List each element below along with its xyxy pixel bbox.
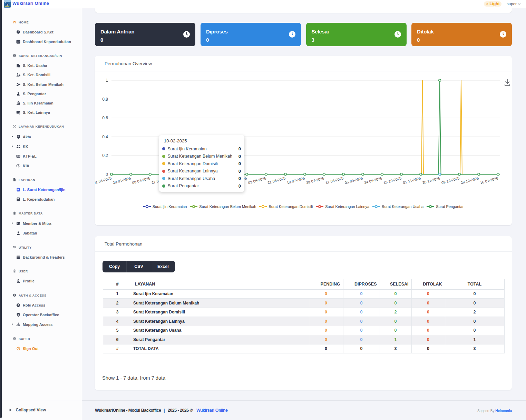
svg-text:0.2: 0.2 (102, 153, 108, 158)
svg-text:16-01-2026: 16-01-2026 (480, 176, 499, 185)
svg-text:24-09-2025: 24-09-2025 (364, 176, 383, 185)
svg-text:05-09-2025: 05-09-2025 (344, 176, 363, 185)
svg-text:1: 1 (106, 78, 108, 83)
svg-text:28-12-2025: 28-12-2025 (460, 176, 479, 185)
svg-text:20-11-2025: 20-11-2025 (422, 176, 440, 184)
svg-text:0.4: 0.4 (102, 134, 108, 139)
svg-text:0: 0 (106, 172, 108, 177)
svg-text:01-11-2025: 01-11-2025 (402, 176, 421, 184)
svg-text:13-10-2025: 13-10-2025 (383, 176, 402, 185)
svg-text:08-02-2025: 08-02-2025 (132, 176, 151, 185)
svg-text:10-07-2025: 10-07-2025 (286, 176, 305, 185)
svg-text:0.6: 0.6 (102, 116, 108, 120)
svg-text:29-07-2025: 29-07-2025 (306, 176, 325, 185)
svg-text:01-01-2025: 01-01-2025 (95, 176, 112, 185)
svg-text:02-06-2025: 02-06-2025 (248, 176, 267, 185)
svg-text:0.8: 0.8 (102, 97, 108, 102)
svg-text:20-01-2025: 20-01-2025 (113, 176, 132, 185)
svg-text:09-12-2025: 09-12-2025 (441, 176, 460, 185)
svg-text:17-08-2025: 17-08-2025 (325, 176, 344, 185)
svg-text:21-06-2025: 21-06-2025 (267, 176, 286, 185)
